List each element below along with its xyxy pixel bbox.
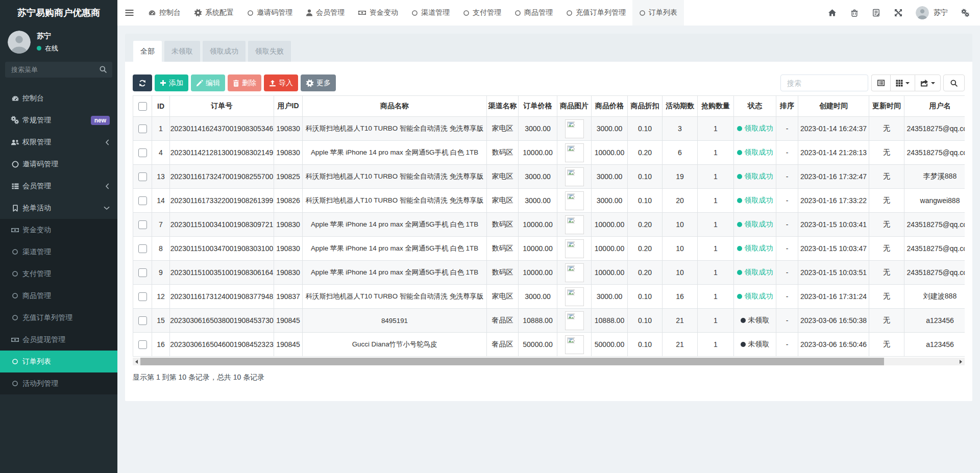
circle-icon: [639, 10, 646, 16]
column-header-商品折扣: 商品折扣: [628, 96, 663, 117]
sidebar-subitem-商品管理[interactable]: 商品管理: [0, 285, 117, 307]
circle-icon: [247, 10, 254, 16]
orders-table: ID订单号用户ID商品名称渠道名称订单价格商品图片商品价格商品折扣活动期数抢购数…: [133, 95, 965, 357]
more-button[interactable]: 更多: [301, 74, 336, 91]
cell-product-name: 科沃斯扫地机器人T10 TURBO 智能全自动清洗 免洗尊享版: [303, 117, 487, 141]
sidebar-subitem-会员提现管理[interactable]: 会员提现管理: [0, 329, 117, 351]
sidebar-subitem-资金变动[interactable]: 资金变动: [0, 219, 117, 241]
cell-period: 6: [663, 141, 698, 165]
import-button[interactable]: 导入: [264, 74, 298, 91]
sidebar-subitem-充值订单列管理[interactable]: 充值订单列管理: [0, 307, 117, 329]
sidebar-subitem-活动列管理[interactable]: 活动列管理: [0, 372, 117, 394]
status-badge: 领取成功: [737, 148, 773, 157]
settings-button[interactable]: [954, 0, 977, 26]
sidebar-item-邀请码管理[interactable]: 邀请码管理: [0, 153, 117, 175]
sidebar-user-panel: 苏宁 在线: [0, 26, 117, 60]
money-icon: [11, 336, 19, 344]
scrollbar-thumb[interactable]: [140, 358, 884, 365]
filter-tab-全部[interactable]: 全部: [133, 41, 162, 62]
sidebar-item-常规管理[interactable]: 常规管理new: [0, 109, 117, 131]
row-checkbox[interactable]: [138, 220, 147, 229]
product-image[interactable]: [565, 191, 584, 210]
circle-icon: [463, 10, 470, 16]
product-image[interactable]: [565, 311, 584, 330]
search-icon[interactable]: [99, 65, 107, 73]
topnav-tab-渠道管理[interactable]: 渠道管理: [405, 0, 456, 26]
product-image[interactable]: [565, 287, 584, 306]
topnav-tab-商品管理[interactable]: 商品管理: [508, 0, 559, 26]
topnav-tab-充值订单列管理[interactable]: 充值订单列管理: [559, 0, 632, 26]
cell-created-time: 2023-01-15 10:03:41: [798, 213, 869, 237]
product-image[interactable]: [565, 263, 584, 282]
sidebar-toggle-button[interactable]: [117, 0, 141, 26]
row-checkbox[interactable]: [138, 244, 147, 253]
horizontal-scrollbar[interactable]: [133, 358, 965, 365]
topnav-tab-支付管理[interactable]: 支付管理: [456, 0, 508, 26]
sidebar-subitem-支付管理[interactable]: 支付管理: [0, 263, 117, 285]
status-badge: 未领取: [741, 340, 770, 349]
fullscreen-button[interactable]: [887, 0, 910, 26]
cell-discount: 0.10: [628, 165, 663, 189]
app-title[interactable]: 苏宁易购商户优惠商: [0, 0, 117, 26]
select-all-checkbox[interactable]: [138, 102, 147, 111]
scroll-left-button[interactable]: [133, 358, 140, 365]
topnav-tab-控制台[interactable]: 控制台: [141, 0, 187, 26]
main-area: 控制台系统配置邀请码管理会员管理资金变动渠道管理支付管理商品管理充值订单列管理订…: [117, 0, 980, 473]
add-button[interactable]: 添加: [155, 74, 188, 91]
product-image[interactable]: [565, 119, 584, 138]
row-checkbox[interactable]: [138, 268, 147, 277]
filter-tab-领取成功[interactable]: 领取成功: [203, 41, 246, 62]
row-checkbox[interactable]: [138, 292, 147, 301]
sidebar-subitem-渠道管理[interactable]: 渠道管理: [0, 241, 117, 263]
home-button[interactable]: [821, 0, 844, 26]
edit-button[interactable]: 编辑: [191, 74, 225, 91]
navbar-user-menu[interactable]: 苏宁: [910, 6, 954, 19]
topnav-tab-邀请码管理[interactable]: 邀请码管理: [240, 0, 299, 26]
sidebar-item-会员管理[interactable]: 会员管理: [0, 175, 117, 197]
table-search-input[interactable]: [780, 74, 868, 91]
columns-button[interactable]: [890, 74, 915, 91]
topnav-tab-系统配置[interactable]: 系统配置: [187, 0, 240, 26]
product-image[interactable]: [565, 167, 584, 186]
cell-product-image: [557, 213, 592, 237]
sidebar-item-控制台[interactable]: 控制台: [0, 87, 117, 109]
product-image[interactable]: [565, 239, 584, 258]
cell-order-no: 20230306165038001908453730: [170, 309, 274, 333]
refresh-button[interactable]: [133, 74, 152, 91]
gear-icon: [306, 79, 314, 87]
delete-button[interactable]: 删除: [228, 74, 261, 91]
sidebar-item-权限管理[interactable]: 权限管理: [0, 131, 117, 153]
product-image[interactable]: [565, 335, 584, 354]
cell-user-id: 190845: [274, 333, 303, 357]
row-checkbox[interactable]: [138, 125, 147, 133]
advanced-search-button[interactable]: [943, 74, 965, 91]
topnav-tab-订单列表[interactable]: 订单列表: [632, 0, 684, 26]
row-checkbox[interactable]: [138, 340, 147, 349]
scroll-right-button[interactable]: [957, 358, 965, 365]
row-checkbox[interactable]: [138, 172, 147, 181]
topnav-tab-会员管理[interactable]: 会员管理: [299, 0, 351, 26]
cell-order-price: 3000.00: [519, 117, 557, 141]
export-button[interactable]: [915, 74, 941, 91]
row-checkbox[interactable]: [138, 196, 147, 205]
row-checkbox[interactable]: [138, 316, 147, 325]
sidebar-search-input[interactable]: [5, 62, 112, 78]
sidebar-subitem-订单列表[interactable]: 订单列表: [0, 351, 117, 372]
home-icon: [828, 9, 837, 17]
product-image[interactable]: [565, 215, 584, 234]
topnav-tab-label: 系统配置: [205, 8, 234, 17]
product-image[interactable]: [565, 143, 584, 162]
filter-tab-未领取[interactable]: 未领取: [164, 41, 200, 62]
row-checkbox[interactable]: [138, 148, 147, 157]
cell-price: 10000.00: [592, 213, 628, 237]
grid-icon: [896, 80, 903, 87]
bookmark-icon: [11, 204, 19, 212]
clear-cache-button[interactable]: [844, 0, 865, 26]
document-button[interactable]: [865, 0, 887, 26]
detail-view-button[interactable]: [871, 74, 890, 91]
sidebar-item-抢单活动[interactable]: 抢单活动: [0, 197, 117, 219]
filter-tab-领取失败[interactable]: 领取失败: [248, 41, 291, 62]
topnav-tab-资金变动[interactable]: 资金变动: [351, 0, 405, 26]
cell-period: 20: [663, 189, 698, 213]
cell-discount: 0.10: [628, 285, 663, 309]
